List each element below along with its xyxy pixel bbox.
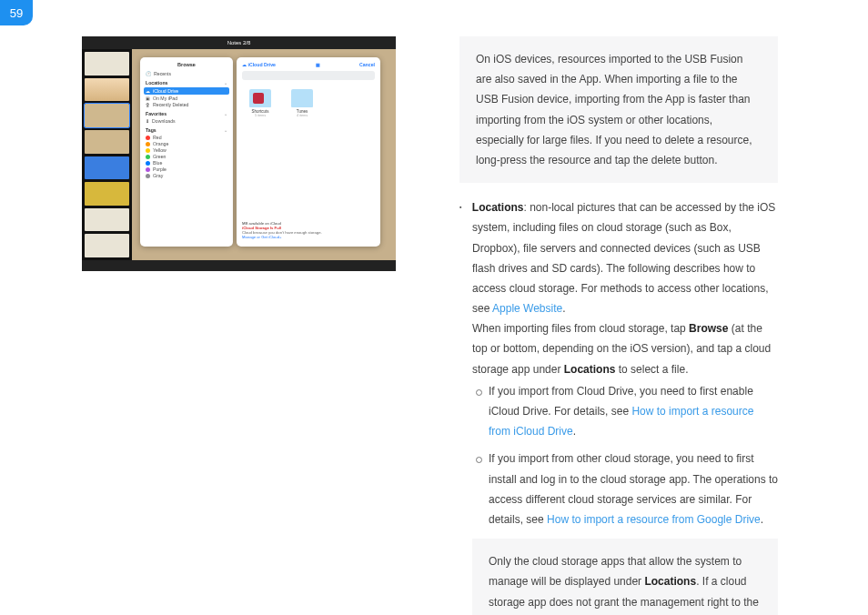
thumbnail[interactable] [85, 208, 129, 232]
drive-title: ☁︎ iCloud Drive [242, 62, 276, 67]
upgrade-link[interactable]: Manage or Get iCloud+ [242, 235, 375, 239]
thumbnail[interactable] [85, 182, 129, 206]
sub-bullet-other-cloud: If you import from other cloud storage, … [489, 449, 778, 529]
tag-purple[interactable]: Purple [146, 166, 227, 172]
browse-bold: Browse [689, 322, 728, 335]
tag-blue[interactable]: Blue [146, 160, 227, 166]
icloud-storage-warning: MB available on iCloud iCloud Storage Is… [242, 221, 375, 239]
locations-inline-bold: Locations [564, 363, 616, 376]
note-box-1: On iOS devices, resources imported to th… [459, 36, 778, 183]
tag-red[interactable]: Red [146, 135, 227, 140]
locations-bold-2: Locations [644, 575, 696, 588]
note-box-2: Only the cloud storage apps that allow t… [472, 539, 778, 615]
tag-green[interactable]: Green [146, 154, 227, 159]
browse-locations-heading[interactable]: Locations⌄ [146, 80, 227, 86]
sub-bullet-icloud: If you import from Cloud Drive, you need… [489, 381, 778, 442]
browse-downloads[interactable]: ⬇︎ Downloads [146, 118, 227, 124]
cancel-button[interactable]: Cancel [359, 62, 375, 67]
bullet-locations: Locations: non-local pictures that can b… [472, 197, 778, 615]
link-how-to-google[interactable]: How to import a resource from Google Dri… [547, 513, 761, 526]
thumbnail[interactable] [85, 234, 129, 257]
browse-icloud-drive[interactable]: ☁︎ iCloud Drive [144, 87, 229, 95]
thumbnail[interactable] [85, 156, 129, 180]
thumbnail[interactable] [85, 78, 129, 102]
browse-recently-deleted[interactable]: 🗑 Recently Deleted [146, 102, 227, 107]
link-apple-website[interactable]: Apple Website [492, 302, 562, 315]
browse-tags-heading[interactable]: Tags⌄ [146, 127, 227, 133]
tag-gray[interactable]: Gray [146, 173, 227, 178]
thumbnail[interactable] [85, 104, 129, 127]
tag-orange[interactable]: Orange [146, 141, 227, 146]
icloud-drive-panel: ☁︎ iCloud Drive ▦ Cancel Shortcuts 5 ite… [237, 57, 380, 247]
folder-shortcuts[interactable]: Shortcuts 5 items [249, 89, 271, 117]
page-number-badge: 59 [0, 0, 33, 25]
drive-search[interactable] [242, 71, 375, 80]
browse-favorites-heading[interactable]: Favorites⌄ [146, 111, 227, 116]
browse-panel: Browse 🕑 Recents Locations⌄ ☁︎ iCloud Dr… [140, 57, 233, 247]
browse-on-my-ipad[interactable]: ▣ On My iPad [146, 96, 227, 101]
thumbnail[interactable] [85, 52, 129, 76]
locations-label: Locations [472, 201, 524, 214]
ipad-topbar: Notes 2/8 [82, 36, 396, 49]
ipad-bottombar [82, 260, 396, 271]
browse-title: Browse [146, 62, 227, 67]
folder-tunes[interactable]: Tunes 4 items [291, 89, 313, 117]
ipad-thumbnail-strip [82, 49, 132, 260]
tag-yellow[interactable]: Yellow [146, 147, 227, 153]
thumbnail[interactable] [85, 130, 129, 154]
ipad-screenshot: Notes 2/8 Browse 🕑 Recents Locations⌄ ☁︎… [82, 36, 396, 271]
page-layout: Notes 2/8 Browse 🕑 Recents Locations⌄ ☁︎… [0, 0, 868, 615]
browse-recents[interactable]: 🕑 Recents [146, 71, 227, 76]
drive-select-icon[interactable]: ▦ [316, 62, 320, 67]
text-column: On iOS devices, resources imported to th… [459, 36, 778, 615]
